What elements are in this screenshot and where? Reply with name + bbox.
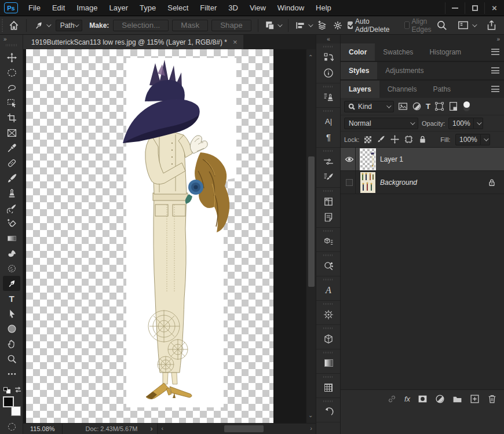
menu-layer[interactable]: Layer (104, 1, 134, 15)
scroll-up-icon[interactable]: ⌃ (308, 54, 313, 60)
panel-group-grip[interactable] (323, 303, 334, 305)
crop-tool[interactable] (3, 110, 20, 125)
history-panel-icon[interactable] (316, 49, 341, 65)
adjustment-layer-filter-icon[interactable] (412, 101, 422, 111)
type-layer-filter-icon[interactable]: T (426, 102, 430, 111)
lock-artboard-icon[interactable] (404, 135, 413, 144)
toolbar-collapse-icon[interactable]: » (3, 36, 6, 42)
panel-group-grip[interactable] (323, 86, 334, 87)
brush-settings-panel-icon[interactable] (316, 169, 341, 185)
notes-panel-icon[interactable] (316, 209, 341, 225)
menu-select[interactable]: Select (162, 1, 194, 15)
layer-row-layer-1[interactable]: Layer 1 (341, 148, 504, 171)
horizontal-scroll-thumb[interactable] (224, 425, 264, 432)
menu-3d[interactable]: 3D (222, 1, 244, 15)
scroll-left-icon[interactable]: ‹ (161, 425, 163, 432)
document-tab[interactable]: 1919ButterickScan113 low res.jpg @ 115% … (23, 35, 243, 49)
lock-transparency-icon[interactable] (364, 136, 371, 143)
path-selection-tool[interactable] (3, 306, 20, 321)
new-group-icon[interactable] (452, 394, 462, 404)
panel-group-grip[interactable] (323, 279, 334, 280)
make-selection-button[interactable]: Selection... (113, 20, 169, 31)
shape-layer-filter-icon[interactable] (434, 101, 444, 111)
filter-toggle[interactable] (463, 102, 470, 111)
zoom-level-field[interactable]: 115.08% (23, 425, 62, 432)
patterns-panel-icon[interactable] (316, 380, 341, 395)
close-button[interactable]: × (484, 2, 504, 14)
panel-menu-icon[interactable] (491, 49, 499, 55)
magic-eraser-tool[interactable] (3, 216, 20, 231)
brushes-panel-icon[interactable] (316, 154, 341, 169)
spot-healing-brush-tool[interactable] (3, 155, 20, 170)
smart-object-filter-icon[interactable] (448, 101, 458, 111)
panel-group-grip[interactable] (323, 400, 334, 402)
status-options-icon[interactable]: › (145, 425, 157, 433)
lock-all-icon[interactable] (418, 135, 427, 144)
elliptical-marquee-tool[interactable] (3, 65, 20, 80)
brush-tool[interactable] (3, 170, 20, 185)
object-selection-tool[interactable] (3, 95, 20, 110)
menu-file[interactable]: File (23, 1, 46, 15)
gradient-tool[interactable] (3, 231, 20, 246)
auto-add-delete-checkbox[interactable]: Auto Add/Delete (348, 17, 392, 34)
menu-image[interactable]: Image (71, 1, 103, 15)
3d-scene-panel-icon[interactable] (316, 234, 341, 249)
menu-help[interactable]: Help (310, 1, 337, 15)
layer-row-background[interactable]: Background (341, 171, 504, 194)
edit-toolbar-button[interactable] (3, 366, 20, 381)
horizontal-scrollbar[interactable]: ‹ › (157, 424, 316, 434)
scroll-down-icon[interactable]: ⌄ (308, 412, 313, 418)
tab-styles[interactable]: Styles (341, 62, 377, 79)
menu-type[interactable]: Type (134, 1, 162, 15)
panel-group-grip[interactable] (323, 110, 334, 112)
lock-position-icon[interactable] (390, 135, 399, 144)
panel-group-grip[interactable] (323, 376, 334, 378)
new-adjustment-icon[interactable] (435, 394, 445, 404)
pixel-layer-filter-icon[interactable] (398, 101, 408, 111)
path-alignment-button[interactable] (295, 20, 312, 31)
panel-group-grip[interactable] (323, 327, 334, 329)
path-arrangement-button[interactable] (316, 20, 328, 31)
menu-window[interactable]: Window (272, 1, 310, 15)
character-panel-icon[interactable]: A| (316, 114, 341, 129)
tab-layers[interactable]: Layers (341, 81, 379, 98)
tab-channels[interactable]: Channels (379, 81, 425, 98)
pen-settings-button[interactable] (333, 20, 343, 31)
search-icon[interactable] (436, 20, 447, 31)
vertical-scrollbar[interactable]: ⌃ ⌄ (306, 49, 316, 423)
background-color-swatch[interactable] (11, 406, 21, 416)
zoom-tool[interactable] (3, 351, 20, 366)
frame-tool[interactable] (3, 125, 20, 140)
fill-field[interactable]: 100% (455, 134, 481, 145)
opacity-field[interactable]: 100% (448, 118, 474, 129)
type-tool[interactable]: T (3, 291, 20, 306)
new-layer-icon[interactable] (470, 394, 480, 404)
home-button[interactable] (9, 20, 19, 31)
layer-name[interactable]: Layer 1 (380, 155, 403, 163)
foreground-color-swatch[interactable] (3, 396, 14, 407)
minimize-button[interactable] (445, 2, 465, 14)
revert-history-panel-icon[interactable] (316, 404, 341, 420)
maximize-button[interactable] (465, 2, 484, 14)
canvas[interactable] (26, 49, 273, 423)
smudge-tool[interactable] (3, 246, 20, 261)
workspace-switcher[interactable] (458, 20, 476, 31)
swap-colors-icon[interactable] (14, 386, 22, 393)
node-search-panel-icon[interactable] (316, 258, 341, 273)
layer-thumbnail[interactable] (360, 172, 375, 193)
path-operations-button[interactable] (265, 20, 281, 31)
tab-paths[interactable]: Paths (425, 81, 459, 98)
ellipse-shape-tool[interactable] (3, 321, 20, 336)
menu-view[interactable]: View (244, 1, 272, 15)
toolbar-grip[interactable] (6, 44, 17, 46)
panel-menu-icon[interactable] (491, 67, 499, 74)
panel-group-grip[interactable] (323, 46, 334, 48)
clone-stamp-tool[interactable] (3, 185, 20, 200)
panel-group-grip[interactable] (323, 254, 334, 256)
menu-filter[interactable]: Filter (194, 1, 222, 15)
layer-lock-icon[interactable] (488, 178, 496, 187)
visibility-toggle[interactable] (343, 148, 356, 170)
delete-layer-icon[interactable] (487, 394, 497, 404)
align-edges-checkbox[interactable]: Align Edges (404, 17, 434, 34)
add-mask-icon[interactable] (418, 394, 428, 404)
